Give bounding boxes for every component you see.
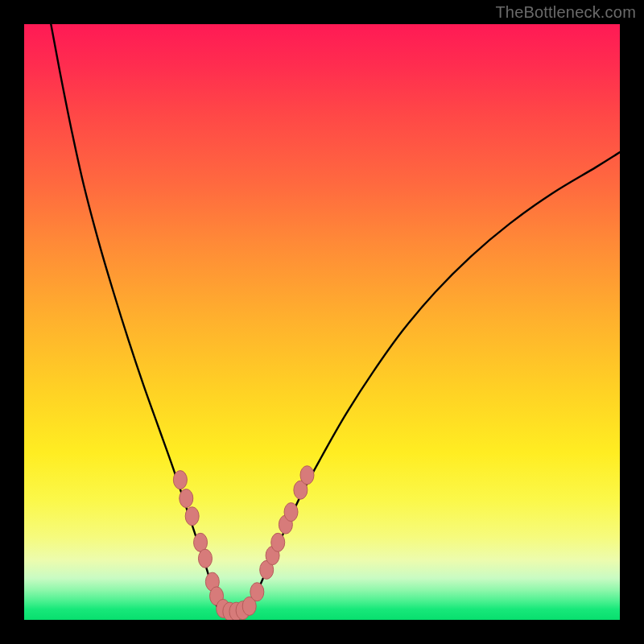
curve-path xyxy=(51,24,620,613)
highlight-dot xyxy=(250,583,264,601)
highlight-markers xyxy=(173,466,314,620)
highlight-dot xyxy=(271,533,285,551)
highlight-dot xyxy=(180,489,193,508)
bottleneck-curve xyxy=(51,24,620,613)
highlight-dot xyxy=(173,471,187,489)
chart-container: { "watermark": "TheBottleneck.com", "col… xyxy=(0,0,644,644)
highlight-dot xyxy=(185,507,199,526)
plot-area xyxy=(24,24,620,620)
watermark-text: TheBottleneck.com xyxy=(495,3,636,22)
highlight-dot xyxy=(284,503,298,522)
highlight-dot xyxy=(300,466,314,485)
chart-svg xyxy=(24,24,620,620)
highlight-dot xyxy=(198,549,212,568)
